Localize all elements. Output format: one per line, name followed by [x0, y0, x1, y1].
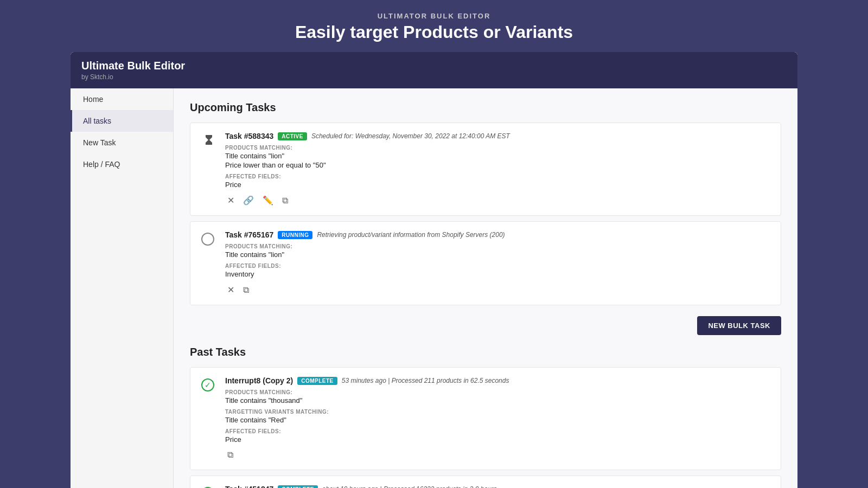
task-body-451847: Task #451847 COMPLETE about 19 hours ago…: [225, 485, 770, 488]
badge-active-588343: ACTIVE: [278, 132, 307, 140]
products-matching-label-interrupt8: PRODUCTS MATCHING:: [225, 389, 770, 395]
app-title: Ultimate Bulk Editor: [81, 60, 787, 72]
copy-icon-588343[interactable]: ⧉: [280, 195, 290, 207]
products-matching-interrupt8: Title contains "thousand": [225, 396, 770, 404]
task-id-588343: Task #588343: [225, 132, 273, 140]
sidebar-item-new-task[interactable]: New Task: [71, 132, 173, 153]
sidebar-item-help[interactable]: Help / FAQ: [71, 153, 173, 175]
task-actions-588343: ✕ 🔗 ✏️ ⧉: [225, 194, 770, 207]
task-card-765167: Task #765167 RUNNING Retrieving product/…: [190, 221, 781, 305]
app-subtitle: by Sktch.io: [81, 73, 787, 81]
task-id-451847: Task #451847: [225, 485, 273, 488]
affected-fields-label-588343: AFFECTED FIELDS:: [225, 174, 770, 179]
link-icon-588343[interactable]: 🔗: [241, 194, 256, 207]
new-bulk-task-button[interactable]: NEW BULK TASK: [697, 316, 781, 335]
affected-fields-label-interrupt8: AFFECTED FIELDS:: [225, 428, 770, 434]
task-card-interrupt8: ✓ Interrupt8 (Copy 2) COMPLETE 53 minute…: [190, 367, 781, 470]
sidebar: Home All tasks New Task Help / FAQ: [71, 88, 174, 488]
products-matching-2-588343: Price lower than or equal to "50": [225, 161, 770, 169]
targeting-variants-label-interrupt8: TARGETTING VARIANTS MATCHING:: [225, 409, 770, 415]
app-topbar: Ultimate Bulk Editor by Sktch.io: [71, 52, 797, 88]
task-schedule-765167: Retrieving product/variant information f…: [317, 231, 505, 239]
task-schedule-451847: about 19 hours ago | Processed 16232 pro…: [322, 485, 497, 488]
task-body-765167: Task #765167 RUNNING Retrieving product/…: [225, 230, 770, 296]
circle-empty-icon: [201, 233, 214, 246]
badge-complete-interrupt8: COMPLETE: [297, 377, 337, 385]
task-body-588343: Task #588343 ACTIVE Scheduled for: Wedne…: [225, 132, 770, 207]
main-container: Ultimate Bulk Editor by Sktch.io Home Al…: [71, 52, 797, 488]
copy-icon-interrupt8[interactable]: ⧉: [225, 449, 235, 461]
affected-fields-588343: Price: [225, 181, 770, 189]
tagline: Easily target Products or Variants: [0, 22, 868, 42]
task-actions-765167: ✕ ⧉: [225, 284, 770, 296]
task-header-588343: Task #588343 ACTIVE Scheduled for: Wedne…: [225, 132, 770, 140]
task-icon-hourglass: [201, 134, 216, 149]
content-area: Home All tasks New Task Help / FAQ Upcom…: [71, 88, 797, 488]
products-matching-1-588343: Title contains "lion": [225, 152, 770, 160]
targeting-variants-interrupt8: Title contains "Red": [225, 416, 770, 424]
products-matching-765167: Title contains "lion": [225, 251, 770, 259]
badge-running-765167: RUNNING: [278, 231, 312, 239]
task-actions-interrupt8: ⧉: [225, 449, 770, 461]
edit-icon-588343[interactable]: ✏️: [260, 194, 276, 207]
task-card-588343: Task #588343 ACTIVE Scheduled for: Wedne…: [190, 123, 781, 216]
task-schedule-588343: Scheduled for: Wednesday, November 30, 2…: [311, 132, 510, 140]
page-header: ULTIMATOR BULK EDITOR Easily target Prod…: [0, 0, 868, 52]
task-icon-circle-765167: [201, 233, 216, 246]
sidebar-item-all-tasks[interactable]: All tasks: [71, 110, 173, 132]
main-panel: Upcoming Tasks Task #588343 ACTIVE Sched…: [174, 88, 797, 488]
past-tasks-title: Past Tasks: [190, 346, 781, 358]
new-task-area: NEW BULK TASK: [190, 311, 781, 346]
affected-fields-label-765167: AFFECTED FIELDS:: [225, 263, 770, 269]
task-icon-check-interrupt8: ✓: [201, 378, 216, 391]
task-card-451847: ✓ Task #451847 COMPLETE about 19 hours a…: [190, 476, 781, 488]
badge-complete-451847: COMPLETE: [278, 485, 318, 489]
task-header-interrupt8: Interrupt8 (Copy 2) COMPLETE 53 minutes …: [225, 376, 770, 385]
task-header-765167: Task #765167 RUNNING Retrieving product/…: [225, 230, 770, 239]
task-schedule-interrupt8: 53 minutes ago | Processed 211 products …: [342, 377, 509, 384]
cancel-icon-765167[interactable]: ✕: [225, 284, 237, 296]
products-matching-label-765167: PRODUCTS MATCHING:: [225, 243, 770, 249]
app-name: ULTIMATOR BULK EDITOR: [0, 12, 868, 20]
task-name-interrupt8: Interrupt8 (Copy 2): [225, 376, 293, 385]
cancel-icon-588343[interactable]: ✕: [225, 194, 237, 207]
task-header-451847: Task #451847 COMPLETE about 19 hours ago…: [225, 485, 770, 488]
affected-fields-interrupt8: Price: [225, 435, 770, 444]
task-id-765167: Task #765167: [225, 230, 273, 239]
copy-icon-765167[interactable]: ⧉: [241, 284, 251, 296]
upcoming-tasks-title: Upcoming Tasks: [190, 101, 781, 114]
task-body-interrupt8: Interrupt8 (Copy 2) COMPLETE 53 minutes …: [225, 376, 770, 461]
products-matching-label-588343: PRODUCTS MATCHING:: [225, 145, 770, 151]
affected-fields-765167: Inventory: [225, 270, 770, 278]
circle-check-icon: ✓: [201, 378, 214, 391]
sidebar-item-home[interactable]: Home: [71, 88, 173, 110]
